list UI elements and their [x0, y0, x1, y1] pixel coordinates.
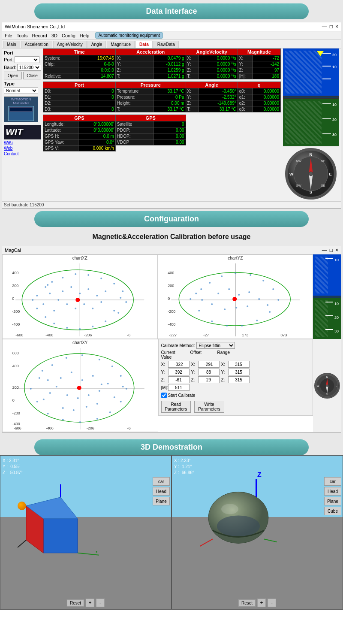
- svg-point-109: [39, 377, 40, 379]
- z-current-input[interactable]: [168, 376, 190, 383]
- m-current-input[interactable]: [168, 384, 190, 391]
- q1-value: 0.00000: [252, 94, 280, 100]
- tab-rawdata[interactable]: RawData: [153, 41, 179, 48]
- accel-t-value: 1.0271 g: [153, 73, 186, 79]
- type-select[interactable]: Normal: [4, 87, 38, 94]
- svg-point-45: [92, 308, 93, 309]
- svg-line-180: [264, 539, 277, 542]
- svg-text:-400: -400: [12, 322, 20, 327]
- head-button-right[interactable]: Head: [324, 487, 341, 496]
- svg-point-127: [71, 372, 72, 373]
- accel-y-value: -0.0112 g: [153, 61, 186, 67]
- angle-t-label2: T:: [186, 106, 198, 112]
- av-z-value: 0.0000 °/s: [198, 67, 238, 73]
- menu-tools[interactable]: Tools: [17, 33, 28, 38]
- car-button-left[interactable]: car: [153, 477, 170, 486]
- svg-point-131: [56, 386, 57, 387]
- wiki-link[interactable]: WiKi: [4, 140, 41, 145]
- svg-text:W: W: [316, 384, 319, 387]
- plane-button-right[interactable]: Plane: [324, 497, 341, 505]
- port-select[interactable]: [15, 56, 39, 63]
- menu-help[interactable]: Help: [80, 33, 90, 38]
- tab-acceleration[interactable]: Acceleration: [21, 41, 52, 48]
- cube-button-right[interactable]: Cube: [324, 507, 341, 515]
- minus-button-right[interactable]: -: [268, 599, 276, 607]
- mag-x-value: -72: [252, 55, 280, 61]
- svg-point-19: [32, 299, 33, 301]
- svg-point-37: [70, 286, 72, 288]
- head-button-left[interactable]: Head: [153, 487, 170, 496]
- tab-data[interactable]: Data: [135, 41, 153, 48]
- open-button[interactable]: Open: [4, 72, 22, 79]
- y-range-input[interactable]: [228, 369, 250, 375]
- data-interface-header: Data Interface: [34, 3, 309, 19]
- start-calibrate-checkbox[interactable]: [161, 393, 167, 398]
- plane-button-left[interactable]: Plane: [153, 497, 170, 505]
- svg-point-113: [62, 419, 64, 420]
- x-offset-input[interactable]: [198, 361, 220, 368]
- svg-point-26: [105, 320, 106, 322]
- magcal-minimize[interactable]: —: [322, 247, 327, 253]
- contact-link[interactable]: Contact: [4, 151, 41, 156]
- close-button[interactable]: ×: [335, 24, 338, 30]
- cube-svg: Z X •: [18, 484, 103, 562]
- svg-point-133: [77, 397, 79, 399]
- z-range-label: Z:: [221, 378, 226, 382]
- d2-label: D2:: [43, 100, 78, 106]
- tab-anglevelocity[interactable]: AngleVelocity: [53, 41, 87, 48]
- svg-point-116: [109, 411, 111, 413]
- coord-y-left: Y : -0.55°: [3, 464, 23, 470]
- svg-point-24: [79, 328, 81, 330]
- magcal-maximize[interactable]: □: [330, 247, 333, 253]
- cal-method-select[interactable]: Ellipse fittin: [196, 342, 235, 349]
- time-header: Time: [43, 49, 116, 55]
- svg-point-141: [43, 399, 45, 400]
- menu-file[interactable]: File: [5, 33, 12, 38]
- reset-button-right[interactable]: Reset: [238, 599, 256, 607]
- plus-button-left[interactable]: +: [86, 599, 94, 607]
- maximize-button[interactable]: □: [330, 24, 333, 30]
- car-button-right[interactable]: car: [324, 477, 341, 486]
- minimize-button[interactable]: —: [322, 24, 327, 30]
- z-range-input[interactable]: [228, 376, 250, 383]
- x-range-label: X:: [221, 362, 226, 367]
- reset-button-left[interactable]: Reset: [67, 599, 84, 607]
- plus-button-right[interactable]: +: [257, 599, 266, 607]
- web-link[interactable]: Web: [4, 146, 41, 151]
- svg-text:-206: -206: [87, 426, 94, 430]
- close-button2[interactable]: Close: [23, 72, 41, 79]
- minus-button-left[interactable]: -: [96, 599, 105, 607]
- tab-angle[interactable]: Angle: [87, 41, 106, 48]
- x-current-input[interactable]: [168, 361, 190, 368]
- svg-text:E: E: [329, 172, 331, 176]
- mag-y-value: -142: [252, 61, 280, 67]
- svg-point-21: [45, 316, 46, 318]
- y-offset-input[interactable]: [198, 369, 220, 375]
- pressure-field-label: Pressure:: [115, 94, 153, 100]
- gps2-header: GPS: [115, 115, 186, 121]
- port-label: Port: [4, 50, 41, 55]
- gps-header: GPS: [43, 115, 116, 121]
- baud-select[interactable]: 115200: [17, 64, 41, 71]
- level-tick-10: 10: [332, 65, 337, 69]
- mag-x-label: X:: [238, 55, 252, 61]
- menu-record[interactable]: Record: [32, 33, 47, 38]
- q3-label: q3:: [238, 106, 252, 112]
- menu-3d[interactable]: 3D: [51, 33, 57, 38]
- magcal-close[interactable]: ×: [335, 247, 338, 253]
- menu-config[interactable]: Config: [62, 33, 75, 38]
- x-range-input[interactable]: [228, 361, 250, 368]
- read-parameters-button[interactable]: ReadParameters: [161, 401, 191, 413]
- tab-main[interactable]: Main: [3, 41, 20, 48]
- y-current-input[interactable]: [168, 369, 190, 375]
- d3-label: D3:: [43, 106, 78, 112]
- z-offset-label: Z:: [191, 378, 196, 382]
- svg-point-94: [195, 293, 197, 294]
- chart-xz-svg: -606 -406 -206 -6 400 0 -400 200 -200: [3, 261, 157, 339]
- z-offset-input[interactable]: [198, 376, 220, 383]
- write-parameters-button[interactable]: WriteParameters: [194, 401, 224, 413]
- auto-monitor-button[interactable]: Automatic monitoring equipment: [95, 32, 162, 39]
- tab-magnitude[interactable]: Magnitude: [107, 41, 135, 48]
- svg-point-39: [87, 288, 89, 290]
- magcal-body: chartXZ: [2, 254, 341, 432]
